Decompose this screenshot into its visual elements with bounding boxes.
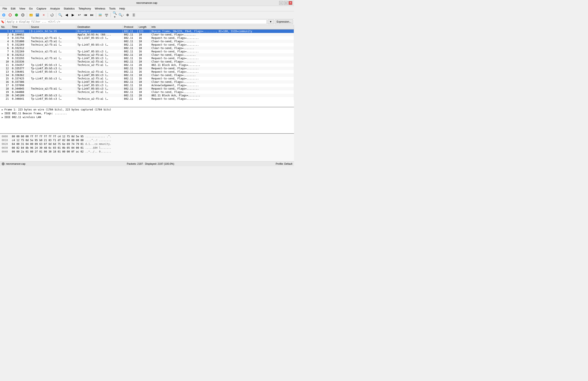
go-forward-button[interactable]: ▶ — [70, 12, 76, 18]
menu-statistics[interactable]: Statistics — [62, 7, 76, 11]
col-header-destination[interactable]: Destination — [76, 25, 123, 29]
cell-info: Clear-to-send, Flags=........ — [150, 40, 294, 43]
col-header-time[interactable]: Time — [11, 25, 30, 29]
table-row[interactable]: 19 0.344088 Technico_a2:f5:a1 (… 802.11 … — [0, 90, 294, 94]
zoom-in-button[interactable]: 🔍+ — [112, 12, 118, 18]
table-row[interactable]: 21 0.346641 Tp-LinkT_05:b5:c3 (… Technic… — [0, 97, 294, 100]
expression-button[interactable]: Expression... — [275, 20, 293, 24]
hex-offset: 0010 — [2, 138, 10, 142]
restart-capture-button[interactable] — [14, 12, 20, 18]
col-header-protocol[interactable]: Protocol — [123, 25, 137, 29]
table-row[interactable]: 5 0.332269 Technico_a2:f5:a1 (… Tp-LinkT… — [0, 43, 294, 46]
first-packet-button[interactable]: ⏮ — [83, 12, 88, 18]
menu-file[interactable]: File — [1, 7, 9, 11]
table-row[interactable]: 15 0.337425 Tp-LinkT_05:b5:c3 (… Technic… — [0, 77, 294, 80]
filter-input[interactable] — [5, 20, 267, 24]
col-header-info[interactable]: Info — [150, 25, 294, 29]
col-header-source[interactable]: Source — [30, 25, 76, 29]
menu-view[interactable]: View — [18, 7, 27, 11]
resize-columns-button[interactable] — [131, 12, 137, 18]
expand-arrow-frame: ▶ — [2, 108, 3, 111]
table-row[interactable]: 16 0.337386 Tp-LinkT_05:b5:c3 (… 802.11 … — [0, 80, 294, 84]
last-packet-button[interactable]: ⏭ — [89, 12, 95, 18]
filter-dropdown-button[interactable]: ▼ — [268, 20, 274, 24]
cell-len: 28 — [137, 63, 150, 67]
cell-src: Technico_a2:f5:a1 (… — [30, 40, 76, 43]
table-row[interactable]: 18 0.344045 Technico_a2:f5:a1 (… Tp-Link… — [0, 87, 294, 90]
save-file-button[interactable] — [34, 12, 40, 18]
reload-file-button[interactable] — [49, 12, 55, 18]
svg-rect-18 — [105, 14, 108, 14]
detail-text-beacon: IEEE 802.11 Beacon frame, Flags: .......… — [4, 112, 67, 115]
menu-tools[interactable]: Tools — [107, 7, 117, 11]
table-row[interactable]: 13 0.336401 Tp-LinkT_05:b5:c3 (… Technic… — [0, 70, 294, 74]
start-capture-button[interactable] — [1, 12, 7, 18]
close-file-button[interactable]: ✕ — [41, 12, 47, 18]
svg-point-8 — [22, 14, 23, 16]
maximize-button[interactable]: □ — [284, 1, 288, 5]
table-row[interactable]: 4 0.331800 Technico_a2:f5:a1 (… 802.11 1… — [0, 40, 294, 43]
col-header-length[interactable]: Length — [137, 25, 150, 29]
options-button[interactable] — [20, 12, 26, 18]
table-row[interactable]: 9 0.333293 Technico_a2:f5:a1 (… Tp-LinkT… — [0, 57, 294, 60]
table-row[interactable]: 20 0.345109 Tp-LinkT_05:b5:c3 (… 802.11 … — [0, 94, 294, 97]
go-to-packet-button[interactable]: ↩ — [76, 12, 82, 18]
minimize-button[interactable]: ─ — [279, 1, 283, 5]
go-back-button[interactable]: ◀ — [64, 12, 69, 18]
cell-info: Request-to-send, Flags=........ — [150, 77, 294, 80]
cell-info: Clear-to-send, Flags=........ — [150, 90, 294, 94]
cell-len: 10 — [137, 33, 150, 36]
cell-src: Tp-LinkT_05:b5:c3 (… — [30, 67, 76, 70]
cell-src: Technico_a2:f5:a1 (… — [30, 87, 76, 90]
table-row[interactable]: 8 0.332312 Technico_a2:f5:a1 (… 802.11 1… — [0, 53, 294, 57]
menu-go[interactable]: Go — [27, 7, 34, 11]
menu-wireless[interactable]: Wireless — [93, 7, 107, 11]
menu-analyze[interactable]: Analyze — [48, 7, 62, 11]
cell-proto: 802.11 — [123, 40, 137, 43]
colorize-button[interactable] — [97, 12, 103, 18]
menu-edit[interactable]: Edit — [9, 7, 17, 11]
stop-capture-button[interactable] — [7, 12, 13, 18]
cell-time: 0.337898 — [11, 84, 30, 87]
normal-size-button[interactable]: ⊕ — [125, 12, 130, 18]
detail-item-wireless[interactable]: ▶ IEEE 802.11 wireless LAN — [0, 115, 294, 119]
cell-src: Technico_a2:f5:a1 (… — [30, 57, 76, 60]
status-left: necromancer.cap — [2, 162, 25, 165]
detail-item-beacon[interactable]: ▶ IEEE 802.11 Beacon frame, Flags: .....… — [0, 112, 294, 115]
cell-len: 16 — [137, 43, 150, 46]
table-row[interactable]: 10 0.333336 Technico_a2:f5:a1 (… 802.11 … — [0, 60, 294, 63]
table-row[interactable]: 12 0.335377 Tp-LinkT_05:b5:c3 (… 802.11 … — [0, 67, 294, 70]
zoom-out-button[interactable]: 🔍- — [118, 12, 124, 18]
cell-proto: 802.11 — [123, 53, 137, 57]
table-row[interactable]: 1 0.000000 D-LinkIn_0d:5e:95 Broadcast 8… — [0, 29, 294, 33]
find-packet-button[interactable]: 🔍 — [57, 12, 63, 18]
filter-icon: 🔖 — [1, 20, 4, 23]
cell-no: 17 — [0, 84, 11, 87]
cell-time: 0.337425 — [11, 77, 30, 80]
cell-proto: 802.11 — [123, 67, 137, 70]
cell-dst: Tp-LinkT_05:b5:c3 (… — [76, 36, 123, 40]
menu-telephony[interactable]: Telephony — [77, 7, 93, 11]
cell-time: 0.344088 — [11, 90, 30, 94]
table-row[interactable]: 2 0.190952 Apple_3d:93:4c (68:... 802.11… — [0, 33, 294, 36]
cell-no: 20 — [0, 94, 11, 97]
table-row[interactable]: 11 0.334357 Tp-LinkT_05:b5:c3 (… Technic… — [0, 63, 294, 67]
table-row[interactable]: 7 0.332269 Technico_a2:f5:a1 (… Tp-LinkT… — [0, 50, 294, 53]
auto-scroll-button[interactable] — [104, 12, 109, 18]
table-row[interactable]: 3 0.331756 Technico_a2:f5:a1 (… Tp-LinkT… — [0, 36, 294, 40]
detail-item-frame[interactable]: ▶ Frame 1: 223 bytes on wire (1784 bits)… — [0, 108, 294, 112]
cell-dst: Technico_a2:f5:a1 (… — [76, 97, 123, 100]
cell-time: 0.344045 — [11, 87, 30, 90]
menu-help[interactable]: Help — [118, 7, 127, 11]
col-header-no[interactable]: No. — [0, 25, 11, 29]
table-row[interactable]: 6 0.332312 802.11 10 Clear-to-send, Flag… — [0, 46, 294, 50]
menu-capture[interactable]: Capture — [35, 7, 48, 11]
close-button[interactable]: ✕ — [289, 1, 292, 5]
open-file-button[interactable] — [28, 12, 34, 18]
status-profile: Profile: Default — [276, 162, 292, 165]
table-row[interactable]: 14 0.336362 Tp-LinkT_05:b5:c3 (… 802.11 … — [0, 74, 294, 77]
cell-len: 10 — [137, 90, 150, 94]
cell-dst — [76, 94, 123, 97]
cell-src: Tp-LinkT_05:b5:c3 (… — [30, 97, 76, 100]
table-row[interactable]: 17 0.337898 Tp-LinkT_05:b5:c3 (… 802.11 … — [0, 84, 294, 87]
